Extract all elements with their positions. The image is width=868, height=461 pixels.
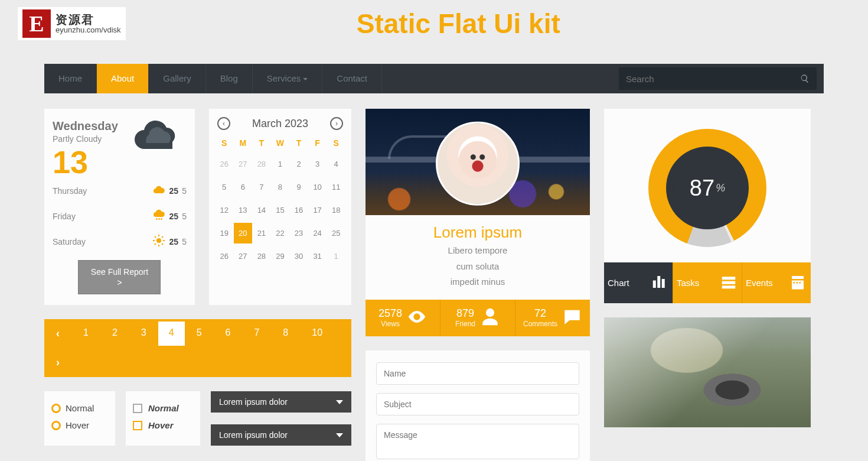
calendar-day[interactable]: 4 — [327, 154, 345, 174]
calendar-day[interactable]: 30 — [289, 246, 308, 267]
calendar-day[interactable]: 29 — [271, 246, 290, 267]
pagination: ‹ 1234567810 › — [44, 319, 351, 377]
calendar-icon — [788, 273, 807, 293]
nav-blog[interactable]: Blog — [206, 64, 253, 93]
svg-point-0 — [156, 238, 161, 243]
calendar-day[interactable]: 3 — [308, 154, 327, 174]
calendar-day[interactable]: 27 — [234, 246, 253, 267]
pagination-page[interactable]: 10 — [300, 319, 334, 348]
checkbox-label: Hover — [148, 420, 174, 430]
nav-home[interactable]: Home — [44, 64, 97, 93]
calendar-next-button[interactable]: › — [330, 117, 343, 130]
calendar-day[interactable]: 7 — [252, 177, 271, 197]
cloud-icon — [128, 119, 187, 157]
dropdown-2[interactable]: Lorem ipsum dolor — [211, 424, 351, 446]
calendar-day[interactable]: 26 — [215, 154, 234, 174]
pagination-page[interactable]: 2 — [100, 319, 129, 348]
name-field[interactable] — [376, 362, 579, 385]
checkbox-normal[interactable]: Normal — [133, 400, 193, 417]
calendar-day[interactable]: 28 — [252, 154, 271, 174]
calendar-day[interactable]: 25 — [327, 223, 345, 244]
pagination-page[interactable]: 6 — [214, 319, 243, 348]
stat-friend[interactable]: 879Friend — [440, 300, 515, 336]
search-icon[interactable] — [800, 74, 810, 83]
calendar-day[interactable]: 5 — [215, 177, 234, 197]
calendar-day[interactable]: 14 — [252, 200, 271, 220]
forecast-hi: 25 — [169, 212, 179, 221]
calendar-day[interactable]: 8 — [271, 177, 290, 197]
calendar-day[interactable]: 18 — [327, 200, 345, 220]
calendar-day[interactable]: 9 — [289, 177, 308, 197]
calendar-day[interactable]: 24 — [308, 223, 327, 244]
see-full-report-button[interactable]: See Full Report > — [78, 260, 161, 294]
checkbox-icon — [133, 421, 142, 430]
nav-contact[interactable]: Contact — [322, 64, 382, 93]
calendar-day[interactable]: 17 — [308, 200, 327, 220]
tab-label: Tasks — [677, 278, 699, 288]
donut-value: 87 — [690, 176, 714, 201]
calendar-day[interactable]: 12 — [215, 200, 234, 220]
calendar-day[interactable]: 28 — [252, 246, 271, 267]
pagination-page[interactable]: 7 — [242, 319, 271, 348]
dropdown-1[interactable]: Lorem ipsum dolor — [211, 391, 351, 413]
stat-label: Friend — [455, 320, 475, 328]
stat-comments[interactable]: 72Comments — [515, 300, 590, 336]
calendar-day[interactable]: 10 — [308, 177, 327, 197]
pagination-page[interactable]: 3 — [129, 319, 158, 348]
calendar-day[interactable]: 1 — [327, 246, 345, 267]
calendar-day[interactable]: 23 — [289, 223, 308, 244]
profile-bio-3: impedit minus — [371, 275, 584, 289]
calendar-day[interactable]: 21 — [252, 223, 271, 244]
nav-gallery[interactable]: Gallery — [149, 64, 206, 93]
pagination-page[interactable]: 5 — [185, 319, 214, 348]
tab-events[interactable]: Events — [742, 262, 811, 303]
photo-card[interactable] — [604, 317, 811, 427]
calendar-day[interactable]: 6 — [234, 177, 253, 197]
comment-icon — [562, 307, 582, 329]
donut-unit: % — [716, 182, 725, 194]
avatar[interactable] — [436, 122, 520, 206]
tab-tasks[interactable]: Tasks — [673, 262, 742, 303]
stat-views[interactable]: 2578Views — [366, 300, 440, 336]
subject-field[interactable] — [376, 393, 579, 415]
stat-value: 72 — [523, 307, 557, 320]
pagination-prev[interactable]: ‹ — [44, 319, 71, 348]
calendar-day[interactable]: 19 — [215, 223, 234, 244]
donut-card: 87% ChartTasksEvents — [604, 109, 811, 303]
pagination-page[interactable]: 1 — [71, 319, 100, 348]
calendar-day[interactable]: 31 — [308, 246, 327, 267]
search-input[interactable] — [626, 74, 800, 84]
nav-services-label: Services — [267, 73, 301, 83]
caret-down-icon — [336, 433, 343, 437]
calendar-prev-button[interactable]: ‹ — [217, 117, 230, 130]
calendar-day[interactable]: 26 — [215, 246, 234, 267]
contact-form — [366, 350, 590, 462]
nav-services[interactable]: Services — [253, 64, 323, 93]
cloud-rain-icon — [152, 208, 166, 224]
pagination-page[interactable]: 4 — [158, 322, 185, 346]
calendar-day[interactable]: 27 — [234, 154, 253, 174]
search-box[interactable] — [619, 67, 817, 90]
checkbox-hover[interactable]: Hover — [133, 417, 193, 434]
checkbox-icon — [133, 404, 142, 413]
forecast-lo: 5 — [182, 237, 187, 246]
calendar-day[interactable]: 1 — [271, 154, 290, 174]
calendar-day[interactable]: 11 — [327, 177, 345, 197]
radio-normal[interactable]: Normal — [51, 400, 108, 417]
calendar-day[interactable]: 20 — [234, 223, 253, 244]
message-field[interactable] — [376, 424, 579, 459]
calendar-day[interactable]: 13 — [234, 200, 253, 220]
weather-day: Wednesday — [53, 119, 118, 133]
pagination-next[interactable]: › — [44, 348, 71, 377]
pagination-page[interactable]: 8 — [271, 319, 300, 348]
nav-about[interactable]: About — [97, 64, 149, 93]
tab-chart[interactable]: Chart — [604, 262, 673, 303]
calendar-day[interactable]: 15 — [271, 200, 290, 220]
calendar-day[interactable]: 16 — [289, 200, 308, 220]
calendar-dow: W — [271, 135, 290, 151]
calendar-dow: T — [289, 135, 308, 151]
logo[interactable]: E 资源君 eyunzhu.com/vdisk — [18, 7, 126, 40]
radio-hover[interactable]: Hover — [51, 417, 108, 434]
calendar-day[interactable]: 2 — [289, 154, 308, 174]
calendar-day[interactable]: 22 — [271, 223, 290, 244]
